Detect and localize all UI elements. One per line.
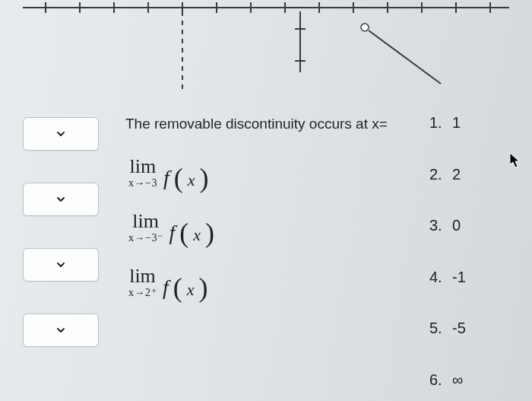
answer-select-q1[interactable]	[23, 117, 99, 151]
answer-value: -1	[452, 269, 466, 286]
lim-func: f	[169, 222, 175, 243]
svg-point-20	[361, 24, 369, 31]
graph-axis-fragment	[0, 0, 532, 99]
answer-choice-6: 6. ∞	[429, 371, 513, 389]
lim-func: f	[163, 167, 169, 189]
lim-label: lim	[129, 266, 156, 286]
answer-number: 5.	[429, 320, 443, 337]
svg-line-21	[369, 30, 441, 84]
close-paren: )	[199, 274, 208, 301]
dropdown-column	[23, 114, 106, 393]
answer-select-q2[interactable]	[23, 183, 99, 216]
answer-choice-column: 1. 1 2. 2 3. 0 4. -1 5. -5 6. ∞	[429, 114, 513, 393]
open-paren: (	[179, 219, 188, 247]
answer-value: 1	[452, 114, 461, 132]
answer-value: -5	[452, 320, 466, 337]
answer-choice-1: 1. 1	[429, 114, 513, 132]
lim-func: f	[163, 277, 169, 298]
chevron-down-icon	[55, 129, 66, 139]
question-limit-q4: lim x→2⁺ f ( x )	[125, 266, 410, 298]
lim-label: lim	[132, 212, 159, 231]
lim-arg: x	[193, 227, 201, 243]
answer-number: 2.	[429, 166, 443, 183]
question-limit-q3: lim x→−3⁻ f ( x )	[125, 212, 410, 243]
answer-number: 3.	[429, 217, 443, 234]
answer-value: 0	[452, 217, 461, 234]
answer-choice-4: 4. -1	[429, 269, 513, 286]
lim-arg: x	[188, 172, 195, 189]
question-column: The removable discontinuity occurs at x=…	[125, 114, 410, 393]
answer-number: 1.	[429, 114, 443, 132]
answer-select-q4[interactable]	[23, 313, 99, 347]
chevron-down-icon	[55, 325, 66, 336]
question-text-q1: The removable discontinuity occurs at x=	[125, 114, 410, 134]
answer-choice-3: 3. 0	[429, 217, 513, 234]
open-paren: (	[174, 164, 183, 192]
close-paren: )	[205, 219, 214, 247]
answer-choice-2: 2. 2	[429, 166, 513, 183]
lim-approach: x→−3⁻	[128, 233, 163, 243]
close-paren: )	[199, 164, 208, 192]
lim-approach: x→2⁺	[128, 288, 157, 298]
answer-number: 6.	[429, 371, 443, 389]
answer-number: 4.	[429, 269, 443, 286]
chevron-down-icon	[55, 194, 66, 205]
chevron-down-icon	[55, 259, 66, 270]
lim-approach: x→−3	[128, 178, 157, 189]
answer-value: 2	[452, 166, 461, 183]
lim-arg: x	[187, 282, 195, 298]
answer-value: ∞	[452, 371, 463, 389]
answer-select-q3[interactable]	[23, 248, 99, 282]
open-paren: (	[173, 274, 182, 301]
lim-label: lim	[130, 157, 157, 177]
answer-choice-5: 5. -5	[429, 320, 513, 337]
question-limit-q2: lim x→−3 f ( x )	[125, 157, 410, 189]
